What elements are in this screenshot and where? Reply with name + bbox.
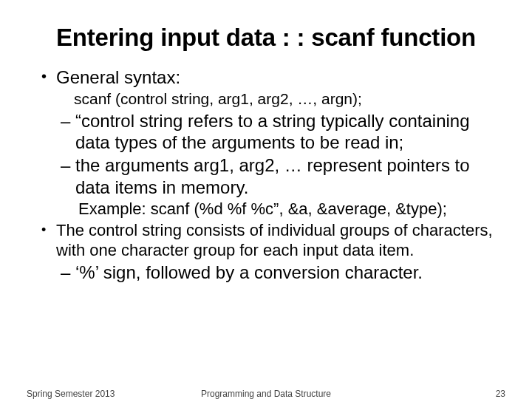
footer-course: Programming and Data Structure bbox=[0, 389, 532, 399]
bullet-dot-icon: • bbox=[41, 66, 56, 88]
bullet-text: The control string consists of individua… bbox=[56, 221, 505, 261]
sub-bullet-text: the arguments arg1, arg2, … represent po… bbox=[75, 154, 505, 198]
bullet-general-syntax: • General syntax: bbox=[41, 66, 505, 88]
sub-bullet-arguments: – the arguments arg1, arg2, … represent … bbox=[61, 154, 505, 198]
dash-icon: – bbox=[61, 154, 75, 198]
slide: Entering input data : : scanf function •… bbox=[0, 0, 532, 399]
code-line-scanf-syntax: scanf (control string, arg1, arg2, …, ar… bbox=[74, 89, 505, 109]
bullet-text: General syntax: bbox=[56, 66, 180, 88]
slide-content: • General syntax: scanf (control string,… bbox=[27, 66, 505, 284]
sub-bullets-group-2: – ‘%’ sign, followed by a conversion cha… bbox=[61, 262, 505, 283]
sub-bullet-percent-sign: – ‘%’ sign, followed by a conversion cha… bbox=[61, 262, 505, 283]
bullet-dot-icon: • bbox=[41, 221, 56, 261]
sub-bullets-group: – “control string refers to a string typ… bbox=[61, 110, 505, 198]
bullet-control-string-desc: • The control string consists of individ… bbox=[41, 221, 505, 261]
dash-icon: – bbox=[61, 262, 75, 283]
slide-title: Entering input data : : scanf function bbox=[27, 24, 505, 52]
sub-bullet-text: ‘%’ sign, followed by a conversion chara… bbox=[75, 262, 423, 283]
sub-bullet-control-string: – “control string refers to a string typ… bbox=[61, 110, 505, 154]
example-line: Example: scanf (%d %f %c”, &a, &average,… bbox=[78, 200, 505, 219]
footer-page-number: 23 bbox=[496, 389, 505, 399]
dash-icon: – bbox=[61, 110, 75, 154]
sub-bullet-text: “control string refers to a string typic… bbox=[75, 110, 505, 154]
